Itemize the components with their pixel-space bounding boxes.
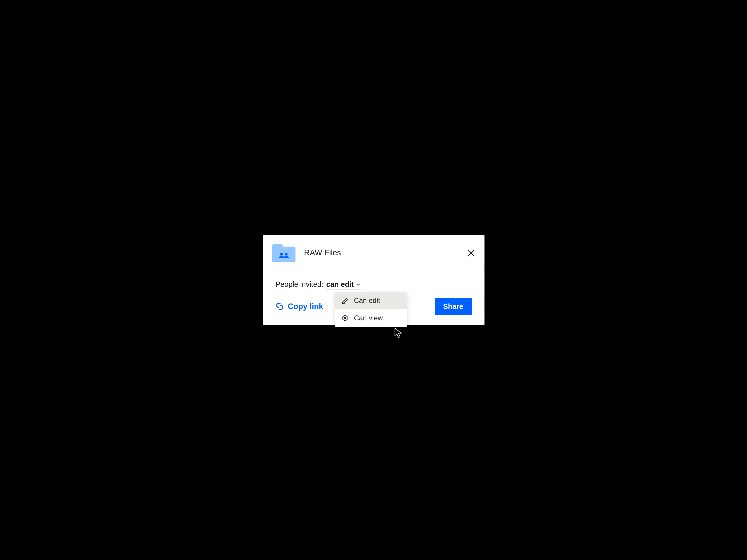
- permission-line: People invited: can edit: [276, 280, 472, 290]
- copy-link-button[interactable]: Copy link: [276, 302, 324, 311]
- people-invited-label: People invited:: [276, 280, 324, 289]
- dropdown-option-label: Can view: [354, 314, 383, 322]
- chevron-down-icon: [356, 282, 361, 287]
- permission-dropdown: Can edit Can view: [335, 292, 407, 327]
- shared-folder-icon: [272, 243, 296, 263]
- dialog-body: People invited: can edit Can edit: [263, 271, 485, 298]
- dialog-header: RAW Files: [263, 235, 485, 271]
- link-icon: [276, 302, 284, 311]
- svg-point-1: [285, 253, 288, 256]
- svg-point-5: [343, 317, 346, 319]
- close-icon: [466, 248, 476, 258]
- folder-name: RAW Files: [304, 248, 466, 258]
- dropdown-option-can-view[interactable]: Can view: [335, 309, 407, 327]
- eye-icon: [341, 314, 349, 322]
- pencil-icon: [341, 297, 349, 304]
- share-button[interactable]: Share: [435, 298, 471, 315]
- cursor-icon: [394, 328, 403, 339]
- share-dialog: RAW Files People invited: can edit: [263, 235, 485, 325]
- permission-dropdown-trigger[interactable]: can edit: [327, 280, 361, 290]
- close-button[interactable]: [466, 248, 476, 258]
- svg-point-0: [280, 253, 283, 256]
- dropdown-option-label: Can edit: [354, 296, 380, 304]
- permission-selected-value: can edit: [327, 280, 354, 289]
- dropdown-option-can-edit[interactable]: Can edit: [335, 292, 407, 309]
- copy-link-label: Copy link: [288, 302, 324, 311]
